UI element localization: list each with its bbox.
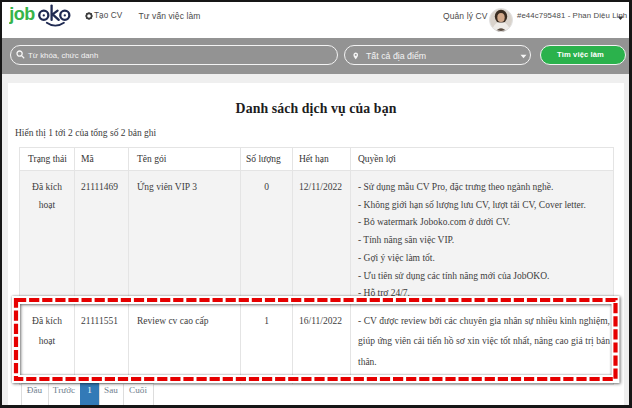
svg-text:job: job: [9, 4, 35, 24]
